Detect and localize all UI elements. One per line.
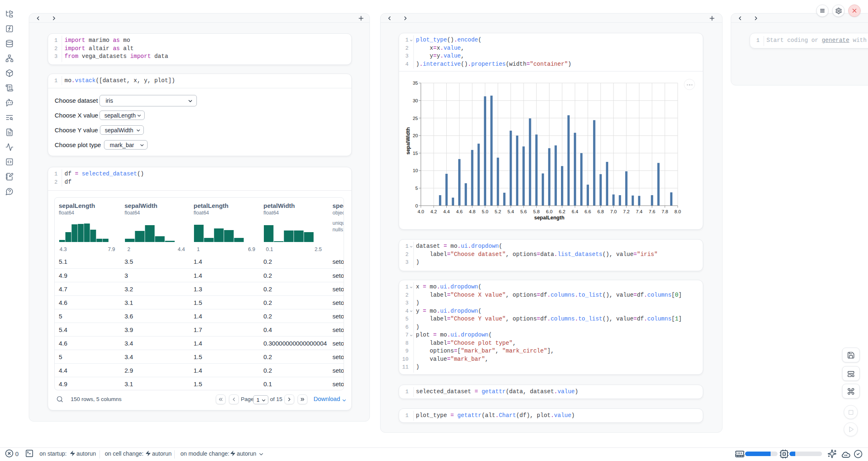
- svg-text:0: 0: [416, 203, 418, 208]
- svg-text:4.0: 4.0: [418, 209, 424, 214]
- svg-text:4.8: 4.8: [469, 209, 476, 214]
- svg-text:4.2: 4.2: [430, 209, 437, 214]
- svg-text:7.2: 7.2: [623, 209, 630, 214]
- svg-text:8.0: 8.0: [674, 209, 681, 214]
- svg-text:15: 15: [413, 151, 418, 156]
- svg-text:6.6: 6.6: [584, 209, 591, 214]
- svg-text:6.0: 6.0: [546, 209, 553, 214]
- svg-text:5.2: 5.2: [495, 209, 501, 214]
- svg-text:7.8: 7.8: [662, 209, 668, 214]
- svg-text:20: 20: [413, 133, 418, 138]
- svg-text:5.0: 5.0: [482, 209, 488, 214]
- svg-text:7.6: 7.6: [649, 209, 656, 214]
- svg-text:10: 10: [413, 168, 418, 173]
- svg-text:6.4: 6.4: [572, 209, 579, 214]
- svg-text:5.6: 5.6: [520, 209, 527, 214]
- svg-text:sepalWidth: sepalWidth: [405, 127, 411, 155]
- svg-text:25: 25: [413, 116, 418, 121]
- svg-text:5.8: 5.8: [533, 209, 540, 214]
- svg-text:7.4: 7.4: [636, 209, 643, 214]
- svg-text:6.2: 6.2: [559, 209, 566, 214]
- svg-text:6.8: 6.8: [598, 209, 604, 214]
- svg-text:30: 30: [413, 98, 418, 103]
- svg-text:4.4: 4.4: [443, 209, 450, 214]
- svg-text:5.4: 5.4: [508, 209, 515, 214]
- svg-text:7.0: 7.0: [610, 209, 617, 214]
- svg-text:sepalLength: sepalLength: [534, 215, 565, 221]
- svg-text:4.6: 4.6: [456, 209, 463, 214]
- svg-text:35: 35: [413, 81, 418, 85]
- svg-text:5: 5: [416, 186, 418, 191]
